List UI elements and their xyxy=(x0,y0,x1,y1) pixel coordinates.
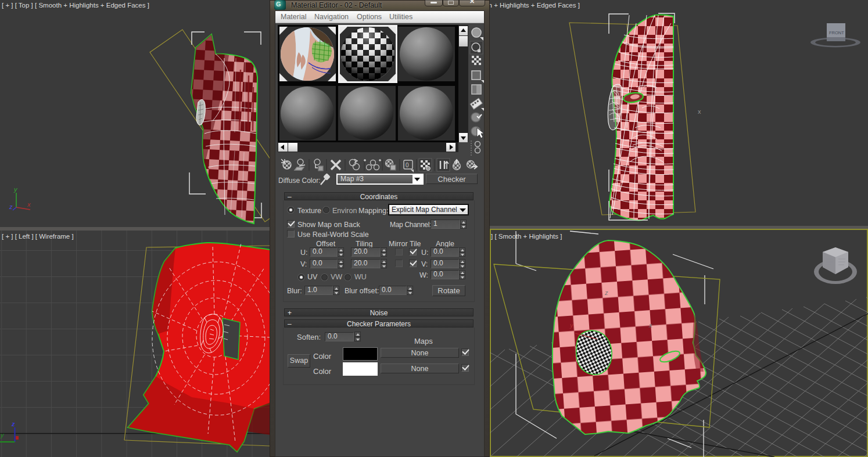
svg-text:z: z xyxy=(11,420,15,427)
svg-text:0: 0 xyxy=(406,162,409,168)
svg-text:x: x xyxy=(27,201,31,208)
svg-text:y: y xyxy=(13,186,18,193)
svg-text:z: z xyxy=(9,203,13,210)
svg-text:x: x xyxy=(648,322,652,329)
svg-text:y: y xyxy=(0,431,5,438)
svg-text:x: x xyxy=(698,108,701,115)
svg-text:FRONT: FRONT xyxy=(829,30,844,35)
svg-text:z: z xyxy=(604,289,608,296)
